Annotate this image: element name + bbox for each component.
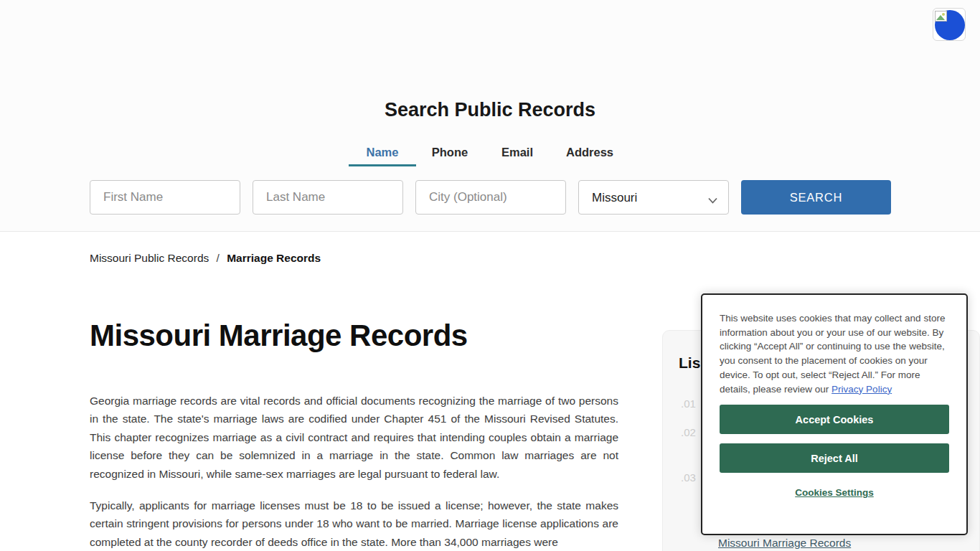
search-section-title: Search Public Records bbox=[0, 99, 980, 121]
sidebar-heading: Lis bbox=[679, 354, 700, 372]
first-name-input[interactable] bbox=[90, 180, 240, 215]
breadcrumb-parent-link[interactable]: Missouri Public Records bbox=[90, 252, 209, 264]
cookies-settings-link[interactable]: Cookies Settings bbox=[795, 487, 874, 498]
last-name-input[interactable] bbox=[253, 180, 403, 215]
article-paragraph-1: Georgia marriage records are vital recor… bbox=[90, 392, 618, 483]
page-title: Missouri Marriage Records bbox=[90, 319, 468, 353]
search-section: Search Public Records Name Phone Email A… bbox=[0, 0, 980, 232]
accessibility-widget-button[interactable] bbox=[933, 8, 966, 41]
search-tabs: Name Phone Email Address bbox=[349, 141, 628, 166]
reject-all-button[interactable]: Reject All bbox=[720, 443, 949, 473]
tab-address[interactable]: Address bbox=[551, 141, 628, 166]
cookie-consent-dialog: This website uses cookies that may colle… bbox=[701, 293, 968, 535]
accept-cookies-button[interactable]: Accept Cookies bbox=[720, 405, 949, 434]
breadcrumb-separator: / bbox=[217, 252, 220, 264]
search-form: Missouri SEARCH bbox=[90, 180, 891, 215]
article-body: Georgia marriage records are vital recor… bbox=[90, 392, 618, 551]
broken-image-icon bbox=[935, 11, 947, 22]
breadcrumb: Missouri Public Records / Marriage Recor… bbox=[90, 252, 321, 265]
state-select-wrap: Missouri bbox=[578, 180, 729, 215]
tab-name[interactable]: Name bbox=[349, 141, 416, 166]
state-select[interactable]: Missouri bbox=[578, 180, 729, 215]
tab-phone[interactable]: Phone bbox=[416, 141, 484, 166]
tab-email[interactable]: Email bbox=[484, 141, 551, 166]
cookie-message-text: This website uses cookies that may colle… bbox=[720, 313, 945, 395]
search-button[interactable]: SEARCH bbox=[741, 180, 891, 215]
article-paragraph-2: Typically, applicants for marriage licen… bbox=[90, 496, 618, 551]
sidebar-link-missouri-marriage-records[interactable]: Missouri Marriage Records bbox=[718, 537, 851, 550]
cookie-settings-row: Cookies Settings bbox=[720, 486, 949, 499]
sidebar-list-number-1: .01 bbox=[681, 397, 696, 410]
page: Search Public Records Name Phone Email A… bbox=[0, 0, 980, 551]
cookie-message: This website uses cookies that may colle… bbox=[720, 311, 949, 396]
privacy-policy-link[interactable]: Privacy Policy bbox=[831, 384, 892, 395]
city-input[interactable] bbox=[415, 180, 566, 215]
sidebar-list-number-3: .03 bbox=[681, 471, 696, 484]
sidebar-list-number-2: .02 bbox=[681, 426, 696, 438]
breadcrumb-current: Marriage Records bbox=[227, 252, 321, 264]
